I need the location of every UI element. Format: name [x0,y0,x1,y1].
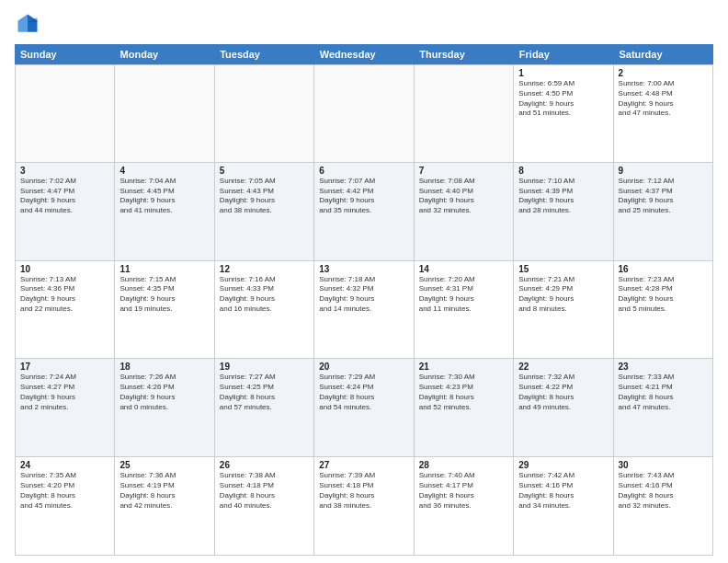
cell-info: Sunrise: 7:42 AM Sunset: 4:16 PM Dayligh… [518,471,608,511]
day-number: 14 [419,264,508,274]
cell-info: Sunrise: 7:21 AM Sunset: 4:29 PM Dayligh… [518,275,608,315]
cell-info: Sunrise: 7:04 AM Sunset: 4:45 PM Dayligh… [119,177,209,216]
calendar-cell-r0-c6: 2Sunrise: 7:00 AM Sunset: 4:48 PM Daylig… [614,64,713,163]
cell-info: Sunrise: 7:26 AM Sunset: 4:26 PM Dayligh… [119,373,209,412]
calendar-cell-r1-c0: 3Sunrise: 7:02 AM Sunset: 4:47 PM Daylig… [16,163,115,261]
day-number: 9 [619,166,708,176]
calendar-cell-r4-c5: 29Sunrise: 7:42 AM Sunset: 4:16 PM Dayli… [514,457,613,556]
calendar-cell-r2-c1: 11Sunrise: 7:15 AM Sunset: 4:35 PM Dayli… [115,261,214,360]
calendar-body: 1Sunrise: 6:59 AM Sunset: 4:50 PM Daylig… [15,64,713,556]
calendar-row-0: 1Sunrise: 6:59 AM Sunset: 4:50 PM Daylig… [15,64,713,163]
calendar-cell-r0-c0 [16,64,115,163]
calendar-cell-r3-c6: 23Sunrise: 7:33 AM Sunset: 4:21 PM Dayli… [614,359,713,457]
day-number: 13 [319,264,408,274]
calendar-cell-r3-c2: 19Sunrise: 7:27 AM Sunset: 4:25 PM Dayli… [215,359,314,457]
calendar-cell-r2-c3: 13Sunrise: 7:18 AM Sunset: 4:32 PM Dayli… [314,261,414,360]
day-number: 25 [119,460,209,470]
cell-info: Sunrise: 7:18 AM Sunset: 4:32 PM Dayligh… [319,275,408,315]
cell-info: Sunrise: 7:10 AM Sunset: 4:39 PM Dayligh… [518,177,608,216]
header-day-wednesday: Wednesday [314,44,415,64]
calendar-row-2: 10Sunrise: 7:13 AM Sunset: 4:36 PM Dayli… [15,261,713,360]
calendar-cell-r3-c4: 21Sunrise: 7:30 AM Sunset: 4:23 PM Dayli… [415,359,514,457]
calendar-cell-r1-c2: 5Sunrise: 7:05 AM Sunset: 4:43 PM Daylig… [215,163,314,261]
header-day-thursday: Thursday [414,44,514,64]
logo-icon [15,11,40,37]
cell-info: Sunrise: 7:35 AM Sunset: 4:20 PM Dayligh… [20,471,109,511]
day-number: 17 [20,362,109,372]
header-day-sunday: Sunday [15,44,115,64]
day-number: 19 [220,362,309,372]
calendar-cell-r2-c2: 12Sunrise: 7:16 AM Sunset: 4:33 PM Dayli… [215,261,314,360]
header-day-monday: Monday [115,44,215,64]
cell-info: Sunrise: 7:38 AM Sunset: 4:18 PM Dayligh… [220,471,309,511]
header-day-tuesday: Tuesday [214,44,314,64]
cell-info: Sunrise: 7:23 AM Sunset: 4:28 PM Dayligh… [619,275,708,315]
svg-marker-1 [18,15,28,32]
day-number: 7 [419,166,508,176]
cell-info: Sunrise: 7:05 AM Sunset: 4:43 PM Dayligh… [220,177,309,216]
calendar-cell-r0-c3 [314,64,414,163]
cell-info: Sunrise: 7:02 AM Sunset: 4:47 PM Dayligh… [20,177,109,216]
calendar-cell-r1-c6: 9Sunrise: 7:12 AM Sunset: 4:37 PM Daylig… [614,163,713,261]
day-number: 12 [220,264,309,274]
cell-info: Sunrise: 7:07 AM Sunset: 4:42 PM Dayligh… [319,177,408,216]
day-number: 21 [419,362,508,372]
day-number: 18 [119,362,209,372]
calendar-cell-r4-c0: 24Sunrise: 7:35 AM Sunset: 4:20 PM Dayli… [16,457,115,556]
cell-info: Sunrise: 7:40 AM Sunset: 4:17 PM Dayligh… [419,471,508,511]
calendar-cell-r2-c5: 15Sunrise: 7:21 AM Sunset: 4:29 PM Dayli… [514,261,613,360]
day-number: 2 [619,68,708,78]
calendar-cell-r4-c2: 26Sunrise: 7:38 AM Sunset: 4:18 PM Dayli… [215,457,314,556]
calendar-row-3: 17Sunrise: 7:24 AM Sunset: 4:27 PM Dayli… [15,359,713,457]
cell-info: Sunrise: 7:15 AM Sunset: 4:35 PM Dayligh… [119,275,209,315]
calendar-cell-r3-c5: 22Sunrise: 7:32 AM Sunset: 4:22 PM Dayli… [514,359,613,457]
calendar-cell-r0-c4 [415,64,514,163]
cell-info: Sunrise: 7:27 AM Sunset: 4:25 PM Dayligh… [220,373,309,412]
cell-info: Sunrise: 7:39 AM Sunset: 4:18 PM Dayligh… [319,471,408,511]
svg-marker-0 [28,15,38,32]
calendar-row-4: 24Sunrise: 7:35 AM Sunset: 4:20 PM Dayli… [15,457,713,556]
cell-info: Sunrise: 7:43 AM Sunset: 4:16 PM Dayligh… [619,471,708,511]
calendar-cell-r2-c4: 14Sunrise: 7:20 AM Sunset: 4:31 PM Dayli… [415,261,514,360]
day-number: 29 [518,460,608,470]
calendar: SundayMondayTuesdayWednesdayThursdayFrid… [15,44,713,556]
cell-info: Sunrise: 7:08 AM Sunset: 4:40 PM Dayligh… [419,177,508,216]
calendar-cell-r2-c0: 10Sunrise: 7:13 AM Sunset: 4:36 PM Dayli… [16,261,115,360]
header-day-friday: Friday [514,44,614,64]
logo [15,11,44,37]
calendar-cell-r0-c2 [215,64,314,163]
day-number: 1 [518,68,608,78]
cell-info: Sunrise: 7:13 AM Sunset: 4:36 PM Dayligh… [20,275,109,315]
header [15,11,713,37]
calendar-cell-r4-c4: 28Sunrise: 7:40 AM Sunset: 4:17 PM Dayli… [415,457,514,556]
day-number: 11 [119,264,209,274]
cell-info: Sunrise: 7:29 AM Sunset: 4:24 PM Dayligh… [319,373,408,412]
calendar-header: SundayMondayTuesdayWednesdayThursdayFrid… [15,44,713,64]
day-number: 16 [619,264,708,274]
day-number: 3 [20,166,109,176]
calendar-cell-r1-c1: 4Sunrise: 7:04 AM Sunset: 4:45 PM Daylig… [115,163,214,261]
day-number: 4 [119,166,209,176]
page: SundayMondayTuesdayWednesdayThursdayFrid… [0,0,728,563]
cell-info: Sunrise: 7:16 AM Sunset: 4:33 PM Dayligh… [220,275,309,315]
day-number: 28 [419,460,508,470]
day-number: 10 [20,264,109,274]
day-number: 6 [319,166,408,176]
calendar-cell-r3-c1: 18Sunrise: 7:26 AM Sunset: 4:26 PM Dayli… [115,359,214,457]
calendar-cell-r1-c5: 8Sunrise: 7:10 AM Sunset: 4:39 PM Daylig… [514,163,613,261]
calendar-cell-r4-c1: 25Sunrise: 7:36 AM Sunset: 4:19 PM Dayli… [115,457,214,556]
day-number: 23 [619,362,708,372]
day-number: 5 [220,166,309,176]
day-number: 15 [518,264,608,274]
calendar-cell-r3-c0: 17Sunrise: 7:24 AM Sunset: 4:27 PM Dayli… [16,359,115,457]
cell-info: Sunrise: 7:36 AM Sunset: 4:19 PM Dayligh… [119,471,209,511]
cell-info: Sunrise: 7:00 AM Sunset: 4:48 PM Dayligh… [619,79,708,119]
cell-info: Sunrise: 7:30 AM Sunset: 4:23 PM Dayligh… [419,373,508,412]
day-number: 8 [518,166,608,176]
cell-info: Sunrise: 7:24 AM Sunset: 4:27 PM Dayligh… [20,373,109,412]
calendar-cell-r1-c3: 6Sunrise: 7:07 AM Sunset: 4:42 PM Daylig… [314,163,414,261]
header-day-saturday: Saturday [613,44,713,64]
day-number: 27 [319,460,408,470]
day-number: 24 [20,460,109,470]
day-number: 26 [220,460,309,470]
